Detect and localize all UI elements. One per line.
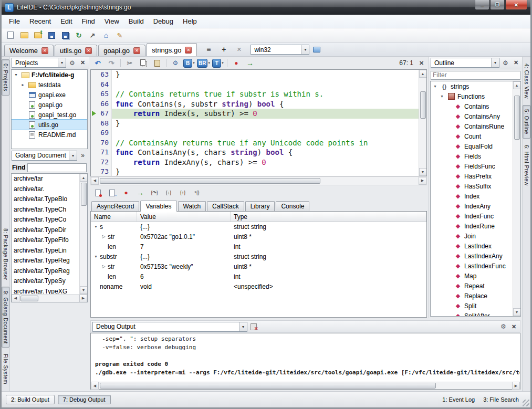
debug-start-button[interactable] xyxy=(244,57,256,69)
debug-output-text[interactable]: -sep=", ": setup separators -v=false: ve… xyxy=(90,333,520,382)
step-over-button[interactable] xyxy=(148,187,161,198)
save-file-button[interactable] xyxy=(45,29,58,41)
minimize-button[interactable] xyxy=(475,0,489,10)
projects-combobox[interactable]: Projects xyxy=(12,58,66,68)
export-button[interactable] xyxy=(86,29,99,41)
resize-grip[interactable] xyxy=(523,400,529,406)
outline-item-strings[interactable]: ▾strings xyxy=(431,81,513,91)
outline-combobox[interactable]: Outline xyxy=(431,58,499,68)
menu-recent[interactable]: Recent xyxy=(25,16,56,27)
menu-build[interactable]: Build xyxy=(124,16,149,27)
outline-item-indexrune[interactable]: IndexRune xyxy=(431,221,513,231)
cut-button[interactable] xyxy=(123,57,136,69)
doc-item[interactable]: archive/tar.TypeReg xyxy=(12,266,79,277)
scroll-up-icon[interactable] xyxy=(80,174,88,182)
project-item-goapi-go[interactable]: goapi.go xyxy=(12,100,87,110)
var-name-len[interactable]: len xyxy=(91,242,137,251)
panel-settings-button[interactable] xyxy=(68,58,77,67)
close-button[interactable] xyxy=(505,0,527,10)
line-number[interactable]: 64 xyxy=(91,80,112,90)
outline-vscrollbar[interactable] xyxy=(513,81,520,316)
expander-icon[interactable]: ▸ xyxy=(20,82,26,87)
debug-tab-callstack[interactable]: CallStack xyxy=(207,201,244,211)
new-file-button[interactable] xyxy=(4,29,17,41)
menu-view[interactable]: View xyxy=(100,16,124,27)
scrollbar-thumb[interactable] xyxy=(100,383,436,389)
expander-icon[interactable]: ▷ xyxy=(101,264,107,269)
editor-hscrollbar[interactable] xyxy=(90,176,427,185)
save-all-button[interactable] xyxy=(59,29,71,41)
scrollbar-thumb[interactable] xyxy=(81,183,87,206)
side-tab-5-outline[interactable]: 5: Outline xyxy=(523,105,530,139)
redo-button[interactable] xyxy=(105,57,118,69)
statusbar-1-event-log[interactable]: 1: Event Log xyxy=(442,396,475,403)
document-list-vscrollbar[interactable] xyxy=(79,174,87,294)
doc-item[interactable]: archive/tar.TypeSy xyxy=(12,276,79,287)
editor-line-71[interactable]: 71func ContainsAny(s, chars string) bool… xyxy=(91,148,419,158)
scroll-left-icon[interactable] xyxy=(91,177,99,185)
undo-button[interactable] xyxy=(91,57,104,69)
line-number[interactable]: 70 xyxy=(91,138,112,148)
editor-close-button[interactable] xyxy=(417,59,426,68)
line-number[interactable]: 68 xyxy=(91,119,112,129)
doc-item[interactable]: archive/tar.TypeCo xyxy=(12,215,79,225)
outline-item-map[interactable]: Map xyxy=(431,271,513,281)
statusbar-2-build-output[interactable]: 2: Build Output xyxy=(6,395,55,404)
target-combobox[interactable]: win32 xyxy=(251,45,309,55)
line-number[interactable]: 67 xyxy=(91,109,112,119)
output-combobox[interactable]: Debug Output xyxy=(92,322,247,332)
doc-item[interactable]: archive/tar.TypeDir xyxy=(12,225,79,236)
panel-close-button[interactable] xyxy=(509,322,518,331)
outline-filter-input[interactable] xyxy=(431,71,520,80)
toggle-breakpoint-button[interactable] xyxy=(91,187,104,198)
menu-edit[interactable]: Edit xyxy=(56,16,77,27)
more-button[interactable]: » xyxy=(78,151,87,160)
tab-goapi-go[interactable]: goapi.go xyxy=(98,45,145,56)
output-hscrollbar[interactable] xyxy=(90,382,520,390)
editor-line-69[interactable]: 69 xyxy=(91,128,419,138)
project-item-goapi-exe[interactable]: goapi.exe xyxy=(12,90,87,100)
scroll-left-icon[interactable] xyxy=(12,295,19,302)
editor-line-65[interactable]: 65// Contains returns true if substr is … xyxy=(91,89,419,99)
outline-item-split[interactable]: Split xyxy=(431,301,513,311)
project-item-utils-go[interactable]: utils.go xyxy=(12,120,87,130)
outline-item-indexany[interactable]: IndexAny xyxy=(431,201,513,211)
outline-item-lastindex[interactable]: LastIndex xyxy=(431,241,513,251)
var-name-substr[interactable]: ▾substr xyxy=(91,251,137,261)
tab-strings-go[interactable]: strings.go xyxy=(147,43,197,56)
column-header-name[interactable]: Name xyxy=(91,212,137,222)
scroll-right-icon[interactable] xyxy=(79,295,87,302)
close-tab-icon[interactable] xyxy=(41,47,48,54)
edit-button[interactable] xyxy=(113,29,126,41)
copy-button[interactable] xyxy=(137,57,150,69)
column-header-type[interactable]: Type xyxy=(231,212,426,222)
line-number[interactable]: 66 xyxy=(91,99,112,109)
expander-icon[interactable]: ▾ xyxy=(93,254,99,259)
clear-output-button[interactable] xyxy=(249,322,258,331)
open-file-button[interactable] xyxy=(18,29,30,41)
outline-item-indexfunc[interactable]: IndexFunc xyxy=(431,211,513,221)
doc-item[interactable]: archive/tar. xyxy=(12,184,79,195)
close-tab-icon[interactable] xyxy=(133,47,140,54)
expander-icon[interactable]: ▾ xyxy=(432,84,438,89)
find-input[interactable] xyxy=(27,163,87,172)
scrollbar-thumb[interactable] xyxy=(420,91,426,119)
var-name-len[interactable]: len xyxy=(91,271,137,281)
outline-item-lastindexfunc[interactable]: LastIndexFunc xyxy=(431,261,513,271)
panel-close-button[interactable] xyxy=(78,58,87,67)
side-tab-4-class-view[interactable]: 4: Class View xyxy=(523,59,530,103)
expander-icon[interactable]: ▾ xyxy=(93,224,99,229)
document-combobox[interactable]: Golang Document xyxy=(12,151,77,161)
expander-icon[interactable]: ▾ xyxy=(439,94,445,99)
scroll-right-icon[interactable] xyxy=(512,382,520,390)
menu-file[interactable]: File xyxy=(4,16,25,27)
outline-item-count[interactable]: Count xyxy=(431,131,513,141)
project-item-testdata[interactable]: ▸testdata xyxy=(12,80,87,90)
side-tab-file-system[interactable]: File System xyxy=(2,350,9,389)
run-to-line-button[interactable] xyxy=(191,187,203,198)
build-button[interactable]: B xyxy=(183,57,195,69)
build-config-button[interactable] xyxy=(169,57,182,69)
outline-item-replace[interactable]: Replace xyxy=(431,291,513,301)
scroll-down-icon[interactable] xyxy=(513,308,521,316)
browser-button[interactable] xyxy=(310,44,323,55)
